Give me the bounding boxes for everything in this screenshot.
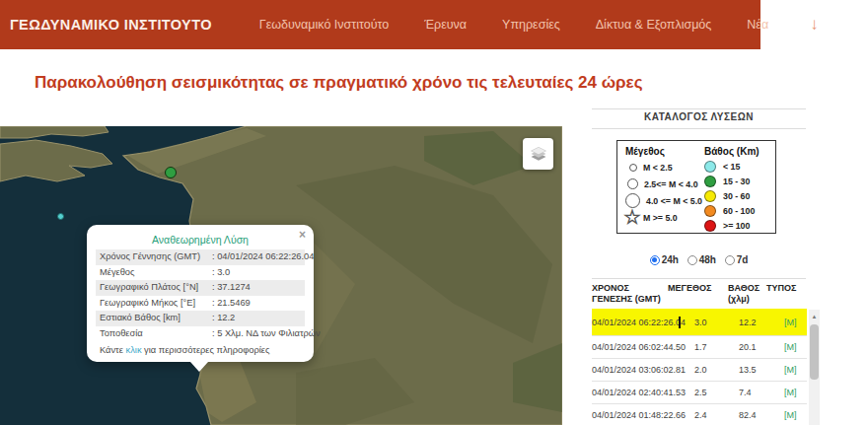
popup-label: Τοποθεσία	[100, 328, 212, 339]
red-depth-icon	[704, 220, 716, 232]
legend-label: >= 100	[723, 221, 750, 231]
scrollbar-thumb[interactable]	[810, 324, 819, 380]
radio-selected-icon[interactable]	[650, 255, 660, 265]
col-header-type: ΤΥΠΟΣ	[766, 283, 807, 305]
filter-label: 24h	[662, 254, 679, 265]
cell-type: [M]	[784, 410, 807, 420]
earthquake-table-header: ΧΡΟΝΟΣ ΓΕΝΕΣΗΣ (GMT) ΜΕΓΕΘΟΣ ΒΑΘΟΣ (χλμ)…	[592, 283, 807, 305]
medium-circle-icon	[627, 178, 638, 189]
legend-item: 30 - 60	[704, 188, 771, 203]
star-icon: ☆	[623, 207, 641, 227]
popup-row-time: Χρόνος Γέννησης (GMT) : 04/01/2024 06:22…	[96, 249, 305, 265]
popup-value: : 5 Χλμ. ΝΔ των Φιλιατρών	[212, 328, 321, 339]
table-row-selected[interactable]: 04/01/2024 06:22:26.04 3.0 12.2 [M]	[592, 309, 807, 336]
popup-value: : 37.1274	[212, 282, 301, 293]
cell-type: [M]	[784, 388, 807, 397]
nav-item-networks[interactable]: Δίκτυα & Εξοπλισμός	[596, 18, 712, 32]
filter-24h[interactable]: 24h	[650, 254, 679, 265]
cell-time: 04/01/2024 01:48:22.66	[592, 410, 694, 420]
legend-label: 30 - 60	[723, 191, 750, 201]
nav-item-services[interactable]: Υπηρεσίες	[502, 18, 560, 32]
cell-magnitude: 3.0	[694, 318, 739, 327]
cell-type: [M]	[784, 318, 807, 327]
popup-value: : 12.2	[212, 313, 301, 323]
legend-label: M < 2.5	[643, 163, 673, 173]
earthquake-marker-cyan[interactable]	[57, 213, 64, 220]
col-header-time: ΧΡΟΝΟΣ ΓΕΝΕΣΗΣ (GMT)	[592, 283, 668, 305]
table-scrollbar[interactable]: ▲	[809, 310, 820, 425]
legend-item: 15 - 30	[704, 174, 771, 188]
popup-label: Γεωγραφικό Πλάτος [°N]	[100, 282, 212, 293]
time-filter-group: 24h 48h 7d	[592, 254, 806, 265]
text-cursor	[679, 317, 681, 328]
legend-label: 2.5<= M < 4.0	[644, 179, 698, 189]
legend-label: 15 - 30	[723, 177, 750, 186]
table-row[interactable]: 04/01/2024 03:06:02.81 2.0 13.5 [M]	[592, 359, 807, 382]
filter-48h[interactable]: 48h	[687, 254, 716, 265]
map-legend: Μέγεθος M < 2.5 2.5<= M < 4.0 4.0 <= M <…	[616, 140, 776, 234]
cell-time: 04/01/2024 06:02:44.50	[592, 342, 694, 352]
popup-title: Αναθεωρημένη Λύση	[96, 232, 305, 249]
cell-depth: 7.4	[739, 388, 784, 397]
cell-time: 04/01/2024 03:06:02.81	[592, 365, 694, 375]
legend-label: 4.0 <= M < 5.0	[646, 196, 702, 206]
table-row[interactable]: 04/01/2024 02:40:41.53 2.5 7.4 [M]	[592, 382, 807, 404]
col-header-depth: ΒΑΘΟΣ (χλμ)	[728, 283, 766, 305]
popup-label: Μέγεθος	[100, 267, 212, 278]
filter-7d[interactable]: 7d	[725, 254, 749, 265]
popup-footer-text: Κάντε	[100, 345, 126, 355]
popup-value: : 21.5469	[212, 298, 301, 309]
cell-time: 04/01/2024 02:40:41.53	[592, 388, 694, 397]
legend-label: < 15	[723, 162, 740, 172]
earthquake-marker-green[interactable]	[165, 167, 177, 178]
green-depth-icon	[704, 176, 716, 187]
earthquake-popup: × Αναθεωρημένη Λύση Χρόνος Γέννησης (GMT…	[87, 225, 314, 362]
filter-label: 48h	[699, 254, 716, 265]
radio-icon[interactable]	[687, 255, 697, 265]
nav-item-institute[interactable]: Γεωδυναμικό Ινστιτούτο	[259, 18, 389, 32]
legend-item: 2.5<= M < 4.0	[625, 176, 704, 192]
legend-depth-title: Βάθος (Km)	[704, 146, 771, 157]
filter-label: 7d	[737, 254, 749, 265]
popup-label: Γεωγραφικό Μήκος [°E]	[100, 298, 212, 309]
popup-row-depth: Εστιακό Βάθος [km] : 12.2	[96, 311, 305, 326]
site-logo[interactable]: ΓΕΩΔΥΝΑΜΙΚΟ ΙΝΣΤΙΤΟΥΤΟ	[10, 17, 212, 33]
popup-footer: Κάντε κλικ για περισσότερες πληροφορίες	[96, 341, 305, 355]
cell-type: [M]	[784, 365, 807, 375]
yellow-depth-icon	[704, 190, 716, 202]
popup-label: Χρόνος Γέννησης (GMT)	[100, 251, 212, 262]
legend-magnitude-column: Μέγεθος M < 2.5 2.5<= M < 4.0 4.0 <= M <…	[625, 146, 704, 229]
legend-item: >= 100	[704, 218, 771, 233]
scroll-up-icon[interactable]: ▲	[809, 310, 820, 322]
cell-magnitude: 2.5	[694, 388, 739, 397]
catalog-title: ΚΑΤΑΛΟΓΟΣ ΛΥΣΕΩΝ	[592, 111, 806, 122]
col-header-magnitude: ΜΕΓΕΘΟΣ	[668, 283, 728, 305]
legend-item: ☆ M >= 5.0	[625, 209, 704, 226]
radio-icon[interactable]	[725, 255, 735, 265]
legend-item: 60 - 100	[704, 203, 771, 218]
legend-item: < 15	[704, 159, 771, 174]
cell-type: [M]	[784, 342, 807, 352]
earthquake-table: 04/01/2024 06:22:26.04 3.0 12.2 [M] 04/0…	[592, 309, 807, 425]
nav-item-research[interactable]: Έρευνα	[424, 18, 467, 32]
popup-label: Εστιακό Βάθος [km]	[100, 313, 212, 323]
legend-magnitude-title: Μέγεθος	[625, 146, 704, 157]
table-row[interactable]: 04/01/2024 06:02:44.50 1.7 20.1 [M]	[592, 336, 807, 359]
map-layers-button[interactable]	[523, 138, 553, 170]
divider	[592, 128, 806, 129]
popup-footer-text: για περισσότερες πληροφορίες	[142, 345, 270, 355]
more-info-link[interactable]: κλικ	[126, 345, 142, 355]
close-icon[interactable]: ×	[299, 229, 306, 241]
satellite-map[interactable]: × Αναθεωρημένη Λύση Χρόνος Γέννησης (GMT…	[0, 126, 562, 425]
cell-depth: 12.2	[739, 318, 784, 327]
cell-magnitude: 2.0	[694, 365, 739, 375]
nav-item-news[interactable]: Νέα	[747, 18, 768, 32]
table-row[interactable]: 04/01/2024 01:48:22.66 2.4 82.4 [M]	[592, 404, 807, 425]
cell-depth: 82.4	[739, 410, 784, 420]
cell-magnitude: 2.4	[694, 410, 739, 420]
popup-row-longitude: Γεωγραφικό Μήκος [°E] : 21.5469	[96, 296, 305, 312]
down-arrow-icon[interactable]: ↓	[810, 15, 819, 35]
popup-value: : 3.0	[212, 267, 301, 278]
legend-label: 60 - 100	[723, 206, 755, 216]
divider	[592, 278, 806, 279]
